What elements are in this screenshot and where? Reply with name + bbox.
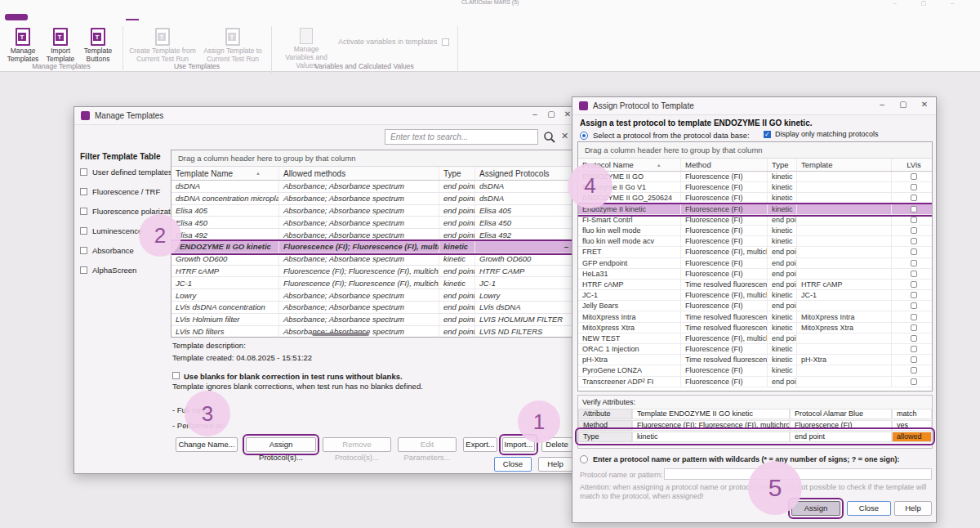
- lvis-checkbox[interactable]: [892, 290, 932, 300]
- column-allowed-methods[interactable]: Allowed methods: [279, 167, 439, 180]
- maximize-icon[interactable]: ▢: [545, 110, 558, 119]
- column-template[interactable]: Template: [797, 159, 892, 171]
- edit-parameters-button[interactable]: Edit Parameters...: [398, 437, 457, 452]
- clear-search-icon[interactable]: ✕: [561, 131, 568, 141]
- matching-protocols-checkbox[interactable]: Display only matching protocols: [764, 130, 879, 138]
- close-button[interactable]: Close: [494, 457, 532, 472]
- group-by-hint[interactable]: Drag a column header here to group by th…: [578, 142, 932, 159]
- import-template-ribbon-button[interactable]: T Import Template: [42, 28, 78, 64]
- template-row[interactable]: ▸ LVis Holmium filter Absorbance; Absorb…: [172, 314, 573, 326]
- protocol-row[interactable]: JC-1 Fluorescence (FI), multichro kineti…: [578, 290, 932, 301]
- protocol-row[interactable]: fluo kin well mode acv Fluorescence (FI)…: [578, 236, 932, 247]
- template-row[interactable]: ▸ Elisa 450 Absorbance; Absorbance spect…: [172, 217, 573, 229]
- help-button[interactable]: Help: [538, 457, 572, 472]
- group-by-hint[interactable]: Drag a column header here to group by th…: [172, 150, 573, 167]
- protocol-row[interactable]: PyroGene LONZA Fluorescence (FI) kinetic: [578, 365, 932, 376]
- ribbon-tab[interactable]: [154, 15, 167, 20]
- template-row[interactable]: ▸ Elisa 405 Absorbance; Absorbance spect…: [172, 205, 573, 217]
- template-row[interactable]: ▸ LVis dsDNA concentration Absorbance; A…: [172, 302, 573, 314]
- lvis-checkbox[interactable]: [892, 236, 932, 246]
- ribbon-tab[interactable]: [126, 14, 139, 20]
- lvis-checkbox[interactable]: [892, 333, 932, 343]
- row-collapse-icon[interactable]: –: [564, 242, 568, 251]
- use-blanks-checkbox[interactable]: Use blanks for blank correction in test …: [172, 372, 564, 381]
- ribbon-tab[interactable]: [42, 15, 56, 20]
- enter-pattern-radio[interactable]: Enter a protocol name or pattern with wi…: [580, 455, 900, 463]
- assign-button[interactable]: Assign: [791, 501, 840, 516]
- protocol-row[interactable]: fluo kin well mode Fluorescence (FI) kin…: [578, 226, 932, 236]
- column-template-name[interactable]: Template Name▲: [172, 167, 279, 180]
- activate-variables-checkbox[interactable]: Activate variables in templates: [338, 38, 449, 46]
- lvis-checkbox[interactable]: [892, 323, 932, 333]
- window-controls-icon[interactable]: ‒ ▢ ‒: [893, 0, 965, 7]
- column-type[interactable]: Type: [768, 159, 797, 171]
- minimize-icon[interactable]: –: [528, 110, 541, 119]
- template-buttons-ribbon-button[interactable]: T Template Buttons: [80, 28, 116, 64]
- assign-template-ribbon-button[interactable]: T Assign Template to Current Test Run: [199, 28, 266, 64]
- protocol-row[interactable]: ENDOZYME II GO_250624 Fluorescence (FI) …: [578, 193, 932, 204]
- template-row[interactable]: ▸ HTRF cAMP Fluorescence (FI); Fluoresce…: [172, 266, 573, 278]
- protocol-row[interactable]: MitoXpress Xtra Time resolved fluorescen…: [578, 323, 932, 333]
- change-name-button[interactable]: Change Name...: [176, 437, 238, 452]
- protocol-row[interactable]: HTRF cAMP Time resolved fluorescence end…: [578, 280, 932, 290]
- lvis-checkbox[interactable]: [892, 311, 932, 321]
- protocol-row[interactable]: MitoXpress Intra Time resolved fluoresce…: [578, 311, 932, 322]
- lvis-checkbox[interactable]: [892, 377, 932, 387]
- column-method[interactable]: Method: [681, 159, 768, 171]
- protocol-row[interactable]: Transcreener ADP² FI Fluorescence (FI) e…: [578, 377, 932, 387]
- search-icon[interactable]: [543, 131, 556, 144]
- template-row[interactable]: ▸ ENDOZYME II GO kinetic Fluorescence (F…: [172, 241, 573, 253]
- protocol-row[interactable]: NEW TEST Fluorescence (FI), multichro en…: [578, 333, 932, 344]
- search-input[interactable]: [385, 129, 538, 145]
- protocol-row[interactable]: FI-Smart Contrl Fluorescence (FI) end po…: [578, 215, 932, 226]
- lvis-checkbox[interactable]: [892, 204, 932, 214]
- template-row[interactable]: ▸ JC-1 Fluorescence (FI); Fluorescence (…: [172, 277, 573, 289]
- protocol-row[interactable]: GFP endpoint Fluorescence (FI) end point: [578, 258, 932, 269]
- protocol-row[interactable]: ORAC 1 Injection Fluorescence (FI) kinet…: [578, 344, 932, 355]
- template-row[interactable]: ▸ LVis ND filters Absorbance; Absorbance…: [172, 326, 573, 338]
- minimize-icon[interactable]: –: [875, 100, 889, 109]
- template-row[interactable]: ▸ Lowry Absorbance; Absorbance spectrum …: [172, 289, 573, 302]
- lvis-checkbox[interactable]: [892, 355, 932, 365]
- template-row[interactable]: ▸ Elisa 492 Absorbance; Absorbance spect…: [172, 229, 573, 241]
- filter-checkbox[interactable]: Fluorescence / TRF: [80, 187, 170, 196]
- assign-protocols-button[interactable]: Assign Protocol(s)...: [246, 437, 316, 452]
- column-type[interactable]: Type: [439, 167, 475, 180]
- filter-checkbox[interactable]: AlphaScreen: [80, 266, 170, 275]
- lvis-checkbox[interactable]: [892, 247, 932, 257]
- lvis-checkbox[interactable]: [892, 226, 932, 235]
- remove-protocols-button[interactable]: Remove Protocol(s)...: [323, 437, 391, 452]
- select-protocol-radio[interactable]: Select a protocol from the protocol data…: [580, 131, 750, 140]
- horizontal-scrollbar[interactable]: [312, 333, 369, 336]
- ribbon-tab[interactable]: [98, 15, 111, 20]
- protocol-row[interactable]: HeLa31 Fluorescence (FI) end point: [578, 269, 932, 280]
- protocol-row[interactable]: pH-Xtra Time resolved fluorescence kinet…: [578, 355, 932, 365]
- lvis-checkbox[interactable]: [892, 193, 932, 203]
- help-button[interactable]: Help: [894, 501, 932, 516]
- lvis-checkbox[interactable]: [892, 258, 932, 268]
- create-template-ribbon-button[interactable]: T Create Template from Current Test Run: [129, 28, 196, 64]
- maximize-icon[interactable]: ▢: [897, 100, 910, 109]
- template-row[interactable]: ▸ Growth OD600 Absorbance; Absorbance sp…: [172, 253, 573, 266]
- close-button[interactable]: Close: [847, 501, 891, 516]
- lvis-checkbox[interactable]: [892, 344, 932, 354]
- lvis-checkbox[interactable]: [892, 301, 932, 311]
- protocol-row[interactable]: Endozyme II Go V1 Fluorescence (FI) kine…: [578, 182, 932, 193]
- lvis-checkbox[interactable]: [892, 215, 932, 225]
- manage-templates-ribbon-button[interactable]: T Manage Templates: [5, 28, 41, 64]
- lvis-checkbox[interactable]: [892, 182, 932, 192]
- export-button[interactable]: Export...: [463, 437, 497, 452]
- lvis-checkbox[interactable]: [892, 172, 932, 181]
- column-lvis[interactable]: LVis: [892, 159, 932, 171]
- close-icon[interactable]: ✕: [918, 100, 931, 109]
- protocol-row[interactable]: Endozyme II kinetic Fluorescence (FI) ki…: [578, 204, 932, 215]
- template-row[interactable]: ▸ dsDNA Absorbance; Absorbance spectrum …: [172, 181, 573, 193]
- lvis-checkbox[interactable]: [892, 365, 932, 375]
- filter-checkbox[interactable]: User defined templates: [80, 168, 170, 177]
- ribbon-tab[interactable]: [70, 15, 83, 20]
- lvis-checkbox[interactable]: [892, 280, 932, 289]
- protocol-row[interactable]: FRET Fluorescence (FI), multichro end po…: [578, 247, 932, 257]
- protocol-row[interactable]: ENDOZYME II GO Fluorescence (FI) kinetic: [578, 172, 932, 182]
- ribbon-tab[interactable]: [181, 15, 194, 20]
- protocol-row[interactable]: Jelly Bears Fluorescence (FI) end point: [578, 301, 932, 311]
